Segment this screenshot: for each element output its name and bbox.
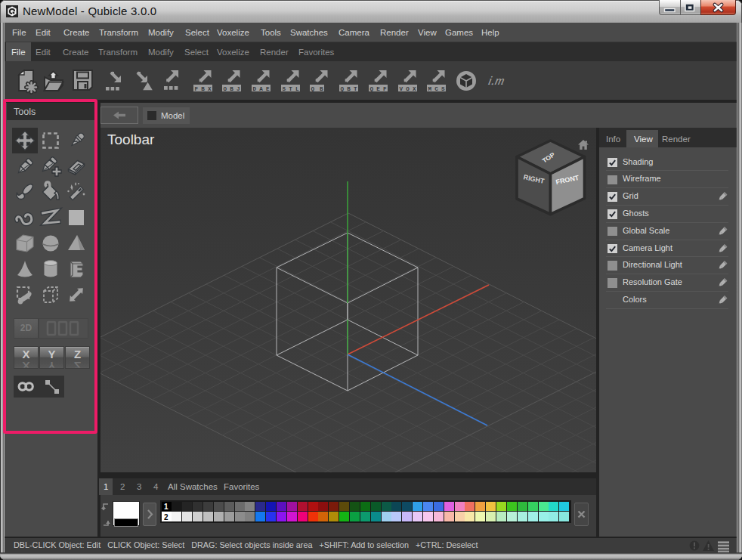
svg-text:OBJ: OBJ: [224, 86, 240, 92]
svg-text:DAE: DAE: [253, 86, 270, 92]
svg-text:VOX: VOX: [400, 86, 416, 92]
svg-text:i.m: i.m: [487, 73, 506, 88]
svg-text:FBX: FBX: [195, 86, 212, 92]
svg-text:MCS: MCS: [428, 86, 445, 92]
svg-text:STL: STL: [283, 86, 299, 92]
svg-text:QEF: QEF: [370, 86, 387, 92]
svg-text:QBT: QBT: [341, 86, 357, 92]
